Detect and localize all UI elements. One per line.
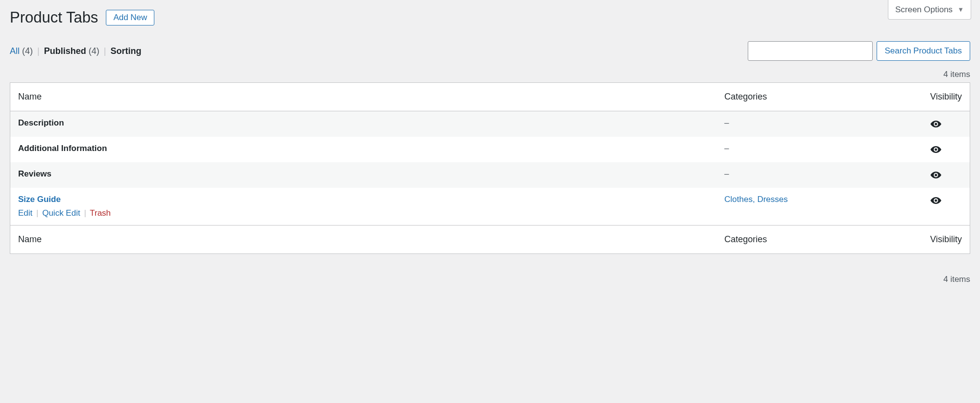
product-tabs-table: Name Categories Visibility Description – <box>10 82 970 254</box>
table-row: Additional Information – <box>10 137 970 162</box>
row-title: Additional Information <box>18 144 107 153</box>
filter-all[interactable]: All <box>10 46 20 56</box>
footer-column-name[interactable]: Name <box>10 226 717 254</box>
trash-link[interactable]: Trash <box>90 208 111 218</box>
table-row: Description – <box>10 111 970 137</box>
column-header-categories[interactable]: Categories <box>716 83 922 111</box>
quick-edit-link[interactable]: Quick Edit <box>42 208 80 218</box>
filter-published[interactable]: Published <box>44 46 86 56</box>
row-title: Description <box>18 118 64 127</box>
chevron-down-icon: ▼ <box>957 6 964 13</box>
row-title-link[interactable]: Size Guide <box>18 195 61 204</box>
add-new-button[interactable]: Add New <box>106 10 154 25</box>
separator: | <box>102 46 108 56</box>
footer-column-categories[interactable]: Categories <box>716 226 922 254</box>
status-filters: All (4) | Published (4) | Sorting <box>10 46 142 56</box>
search-button[interactable]: Search Product Tabs <box>877 41 971 61</box>
row-categories: – <box>724 169 729 178</box>
eye-icon <box>930 144 962 155</box>
search-input[interactable] <box>748 41 873 61</box>
row-actions: Edit | Quick Edit | Trash <box>18 208 709 218</box>
eye-icon <box>930 118 962 130</box>
row-categories: – <box>724 144 729 153</box>
separator: | <box>82 208 87 218</box>
table-row: Reviews – <box>10 162 970 188</box>
separator: | <box>35 208 40 218</box>
screen-options-label: Screen Options <box>895 5 953 15</box>
screen-options-toggle[interactable]: Screen Options ▼ <box>888 0 971 20</box>
column-header-visibility[interactable]: Visibility <box>922 83 970 111</box>
row-categories-link[interactable]: Clothes, Dresses <box>724 195 787 204</box>
table-row: Size Guide Edit | Quick Edit | Trash Clo… <box>10 188 970 226</box>
eye-icon <box>930 195 962 206</box>
row-title: Reviews <box>18 169 51 178</box>
eye-icon <box>930 169 962 181</box>
edit-link[interactable]: Edit <box>18 208 32 218</box>
page-title: Product Tabs <box>10 8 98 27</box>
column-header-name[interactable]: Name <box>10 83 717 111</box>
filter-published-count: (4) <box>89 46 99 56</box>
items-count-top: 4 items <box>10 70 970 79</box>
filter-sorting[interactable]: Sorting <box>111 46 142 56</box>
footer-column-visibility[interactable]: Visibility <box>922 226 970 254</box>
row-categories: – <box>724 118 729 127</box>
separator: | <box>35 46 42 56</box>
filter-all-count: (4) <box>22 46 33 56</box>
items-count-bottom: 4 items <box>10 275 970 284</box>
